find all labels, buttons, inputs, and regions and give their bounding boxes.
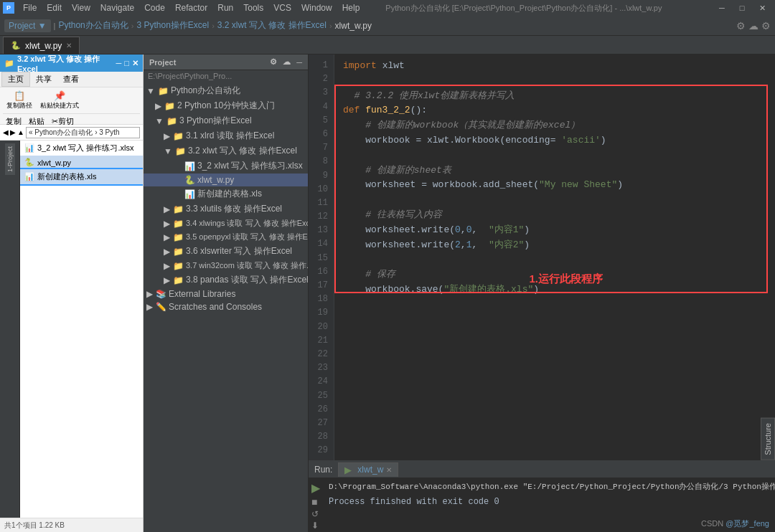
ptree-item-3-5[interactable]: ▶ 📁 3.5 openpyxl 读取 写入 修改 操作E (144, 230, 308, 244)
ptree-item-3-2[interactable]: ▼ 📁 3.2 xlwt 写入 修改 操作Excel (144, 143, 308, 158)
ptree-item-3-8[interactable]: ▶ 📁 3.8 pandas 读取 写入 操作Excel (144, 272, 308, 288)
explorer-tab-home[interactable]: 主页 (1, 72, 30, 87)
ptree-item-3-3[interactable]: ▶ 📁 3.3 xlutils 修改 操作Excel (144, 201, 308, 217)
folder-icon-2: 📁 (164, 101, 175, 111)
tab-xlwt-w[interactable]: 🐍 xlwt_w.py ✕ (3, 37, 80, 54)
tab-close-button[interactable]: ✕ (66, 42, 72, 49)
menu-code[interactable]: Code (140, 1, 169, 14)
breadcrumb-file[interactable]: xlwt_w.py (335, 21, 372, 31)
code-line-24 (343, 402, 766, 417)
menu-window[interactable]: Window (297, 1, 337, 14)
run-tab-close[interactable]: ✕ (386, 466, 392, 474)
code-line-2 (343, 74, 766, 89)
code-editor[interactable]: 12345 678910 1112131415 1617181920 21222… (309, 54, 775, 460)
run-execute-btn[interactable]: ▶ (311, 481, 320, 495)
excel-file-icon: 📊 (184, 161, 195, 171)
ptree-scratches[interactable]: ▶ ✏️ Scratches and Consoles (144, 300, 308, 313)
code-line-7 (343, 148, 766, 163)
explorer-close-btn[interactable]: ✕ (132, 59, 138, 68)
code-line-11: # 往表格写入内容 (343, 208, 766, 223)
ptree-root[interactable]: ▼ 📁 Python办公自动化 (144, 83, 308, 98)
project-panel-header: Project ⚙ ☁ ─ (144, 54, 308, 70)
project-header-label: Project (149, 58, 176, 67)
cloud-icon[interactable]: ☁ (748, 20, 758, 32)
paste-shortcut-btn[interactable]: 📌 粘贴快捷方式 (37, 90, 82, 111)
folder-icon-3-2: 📁 (175, 146, 186, 156)
back-btn[interactable]: ◀ (3, 128, 9, 136)
explorer-minimize-btn[interactable]: ─ (116, 59, 122, 67)
code-line-3: # 3.2.2 使用xlwt创建新表格并写入 (343, 89, 766, 104)
breadcrumb-path1[interactable]: Python办公自动化 (58, 19, 128, 32)
line-numbers: 12345 678910 1112131415 1617181920 21222… (309, 54, 334, 460)
ptree-item-xlwt-w[interactable]: 🐍 xlwt_w.py (144, 174, 308, 186)
ptree-label-3-2: 3.2 xlwt 写入 修改 操作Excel (188, 145, 297, 157)
breadcrumb-path3[interactable]: 3.2 xlwt 写入 修改 操作Excel (217, 19, 327, 32)
run-scroll-btn[interactable]: ⬇ (311, 521, 320, 531)
run-rerun-btn[interactable]: ↺ (311, 509, 320, 519)
code-line-20 (343, 342, 766, 357)
app-icon: P (3, 2, 14, 14)
menu-file[interactable]: File (19, 1, 41, 14)
code-line-1: import xlwt (343, 59, 766, 74)
ptree-label-xlwt-w: xlwt_w.py (197, 175, 234, 185)
forward-btn[interactable]: ▶ (10, 128, 16, 136)
up-btn[interactable]: ▲ (17, 128, 24, 136)
code-line-23 (343, 387, 766, 402)
menu-view[interactable]: View (67, 1, 95, 14)
menu-run[interactable]: Run (213, 1, 238, 14)
python-file-icon: 🐍 (11, 41, 21, 50)
menu-bar: P File Edit View Navigate Code Refactor … (0, 0, 775, 16)
explorer-tabs: 主页 共享 查看 (0, 72, 143, 87)
project-path-text: E:\Project\Python_Pro... (148, 72, 232, 80)
ptree-item-3[interactable]: ▼ 📁 3 Python操作Excel (144, 113, 308, 128)
run-stop-btn[interactable]: ■ (311, 496, 320, 508)
breadcrumb-path2[interactable]: 3 Python操作Excel (136, 19, 209, 32)
maximize-button[interactable]: □ (732, 0, 752, 16)
structure-tab[interactable]: Structure (761, 418, 775, 460)
config-icon[interactable]: ⚙ (761, 20, 771, 32)
explorer-tab-view[interactable]: 查看 (57, 72, 85, 86)
csdn-username: @觅梦_feng (725, 519, 769, 528)
explorer-maximize-btn[interactable]: □ (124, 59, 129, 67)
settings-icon[interactable]: ⚙ (736, 20, 746, 32)
ptree-item-3-7[interactable]: ▶ 📁 3.7 win32com 读取 写入 修改 操作... (144, 259, 308, 272)
ptree-item-2[interactable]: ▶ 📁 2 Python 10分钟快速入门 (144, 98, 308, 113)
run-tab[interactable]: ▶ xlwt_w ✕ (338, 462, 398, 477)
code-line-17 (343, 298, 766, 313)
explorer-tab-share[interactable]: 共享 (30, 72, 57, 86)
menu-tools[interactable]: Tools (239, 1, 268, 14)
expand-arrow-scratches: ▶ (146, 302, 153, 312)
address-display[interactable]: « Python办公自动化 › 3 Pyth (26, 127, 140, 138)
collapse-arrow-root: ▼ (146, 86, 155, 96)
ptree-label-3-6: 3.6 xlswriter 写入 操作Excel (186, 245, 292, 257)
run-command-line: D:\Program_Software\Anaconda3\python.exe… (329, 481, 775, 494)
expand-arrow-3-3: ▶ (164, 204, 170, 214)
run-controls: ▶ ■ ↺ ⬇ (309, 478, 323, 532)
file-item-new-xls[interactable]: 📊 新创建的表格.xls (20, 169, 143, 184)
ptree-item-3-1[interactable]: ▶ 📁 3.1 xlrd 读取 操作Excel (144, 128, 308, 143)
panel-options-icon[interactable]: ☁ (283, 57, 291, 67)
ptree-item-3-2-xlsx[interactable]: 📊 3_2 xlwt 写入 操作练习.xlsx (144, 158, 308, 174)
minimize-button[interactable]: ─ (712, 0, 732, 16)
menu-refactor[interactable]: Refactor (171, 1, 212, 14)
ptree-item-new-xls[interactable]: 📊 新创建的表格.xls (144, 186, 308, 201)
project-dropdown[interactable]: Project ▼ (4, 19, 51, 32)
project-panel-tab[interactable]: 1-Project (5, 143, 15, 175)
ptree-item-3-6[interactable]: ▶ 📁 3.6 xlswriter 写入 操作Excel (144, 244, 308, 259)
file-item-xlsx[interactable]: 📊 3_2 xlwt 写入 操作练习.xlsx (20, 141, 143, 156)
copy-path-btn[interactable]: 📋 复制路径 (3, 89, 36, 112)
ptree-item-3-4[interactable]: ▶ 📁 3.4 xlwings 读取 写入 修改 操作Excel (144, 217, 308, 230)
close-button[interactable]: ✕ (752, 0, 772, 16)
menu-navigate[interactable]: Navigate (96, 1, 138, 14)
code-line-15: # 保存 (343, 267, 766, 282)
menu-vcs[interactable]: VCS (269, 1, 296, 14)
settings-gear-icon[interactable]: ⚙ (270, 57, 277, 67)
ptree-external-libs[interactable]: ▶ 📚 External Libraries (144, 288, 308, 300)
menu-help[interactable]: Help (338, 1, 365, 14)
menu-edit[interactable]: Edit (42, 1, 66, 14)
ptree-label-new-xls: 新创建的表格.xls (197, 188, 262, 200)
scratches-icon: ✏️ (156, 302, 166, 312)
file-item-py[interactable]: 🐍 xlwt_w.py (20, 156, 143, 169)
expand-arrow-3-5: ▶ (164, 232, 170, 242)
panel-minimize-icon[interactable]: ─ (296, 58, 302, 67)
